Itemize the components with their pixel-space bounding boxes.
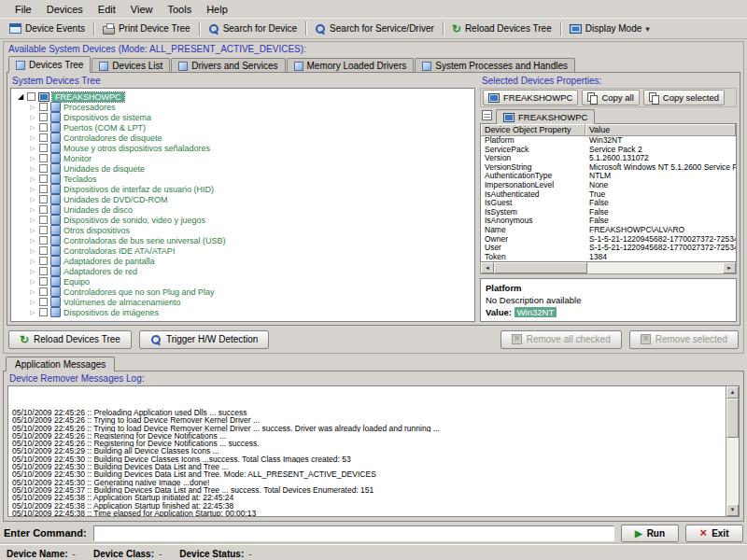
messages-log[interactable]: 05/10/2009 22:45:26 :: Preloading Applic…	[7, 385, 740, 517]
root-checkbox[interactable]	[27, 92, 35, 101]
scroll-right-button[interactable]: ►	[723, 262, 736, 273]
tree-item[interactable]: ▷ Unidades de disquete	[13, 163, 474, 174]
display-mode-button[interactable]: Display Mode	[564, 20, 655, 37]
tree-item-checkbox[interactable]	[39, 133, 48, 142]
tree-item-checkbox[interactable]	[39, 205, 48, 214]
copy-all-button[interactable]: Copy all	[582, 90, 639, 105]
tree-item-checkbox[interactable]	[39, 216, 48, 224]
tree-item[interactable]: ▷ Dispositivos de sistema	[13, 112, 474, 122]
tree-item-checkbox[interactable]	[39, 298, 48, 306]
tree-item[interactable]: ▷ Procesadores	[13, 102, 474, 112]
log-vertical-scrollbar[interactable]: ▲ ▼	[726, 386, 739, 516]
properties-horizontal-scrollbar[interactable]: ◄ ►	[480, 262, 737, 274]
property-row[interactable]: Owner S-1-5-21-1220945682-1770027372-725…	[481, 235, 736, 245]
scrollbar-thumb[interactable]	[494, 262, 587, 273]
column-header-value[interactable]: Value	[585, 124, 736, 135]
expand-icon[interactable]: ▷	[29, 145, 36, 152]
selected-device-button[interactable]: FREAKSHOWPC	[483, 90, 578, 105]
properties-table[interactable]: Device Object Property Value Platform Wi…	[480, 124, 737, 262]
remove-all-checked-button[interactable]: Remove all checked	[500, 330, 622, 349]
collapse-icon[interactable]: ◢	[17, 92, 24, 101]
property-row[interactable]: VersionString Microsoft Windows NT 5.1.2…	[481, 163, 736, 173]
devices-tree[interactable]: ◢ FREAKSHOWPC ▷ Procesadores	[10, 88, 475, 322]
tree-item-checkbox[interactable]	[39, 277, 48, 286]
tree-item-checkbox[interactable]	[39, 308, 48, 316]
remove-selected-button[interactable]: Remove selected	[629, 330, 739, 349]
menu-item[interactable]: File	[7, 2, 39, 17]
tree-item-checkbox[interactable]	[39, 144, 48, 152]
tree-item-checkbox[interactable]	[39, 195, 48, 203]
property-row[interactable]: IsAuthenticated True	[481, 190, 736, 200]
scroll-left-button[interactable]: ◄	[481, 262, 494, 273]
exit-button[interactable]: Exit	[685, 525, 743, 542]
tree-item-checkbox[interactable]	[39, 287, 48, 296]
scrollbar-thumb[interactable]	[726, 399, 739, 438]
tree-item[interactable]: ▷ Controladoras de bus serie universal (…	[13, 235, 474, 245]
menu-item[interactable]: Help	[199, 2, 235, 17]
tree-item[interactable]: ▷ Adaptadores de red	[13, 266, 474, 276]
tree-item[interactable]: ▷ Adaptadores de pantalla	[13, 256, 474, 266]
tree-root-item[interactable]: ◢ FREAKSHOWPC	[13, 91, 474, 102]
expand-icon[interactable]: ▷	[29, 155, 36, 162]
scrollbar-track[interactable]	[726, 438, 739, 504]
tree-item-checkbox[interactable]	[39, 164, 48, 173]
expand-icon[interactable]: ▷	[29, 104, 36, 111]
expand-icon[interactable]: ▷	[29, 134, 36, 142]
tree-item-checkbox[interactable]	[39, 226, 48, 234]
expand-icon[interactable]: ▷	[29, 309, 36, 316]
tree-item-checkbox[interactable]	[39, 154, 48, 162]
device-events-button[interactable]: Device Events	[4, 20, 91, 37]
reload-devices-tree-button[interactable]: Reload Devices Tree	[8, 330, 132, 349]
property-row[interactable]: IsGuest False	[481, 199, 736, 208]
property-row[interactable]: Version 5.1.2600.131072	[481, 154, 736, 163]
property-row[interactable]: IsSystem False	[481, 208, 736, 217]
expand-icon[interactable]: ▷	[29, 217, 36, 224]
expand-icon[interactable]: ▷	[29, 175, 36, 183]
property-row[interactable]: AuthenticationType NTLM	[481, 172, 736, 181]
main-tab[interactable]: Memory Loaded Drivers	[287, 58, 415, 73]
expand-icon[interactable]: ▷	[29, 114, 36, 121]
tree-item-checkbox[interactable]	[39, 175, 48, 183]
search-for-service-driver-button[interactable]: Search for Service/Driver	[309, 20, 440, 37]
property-row[interactable]: Token 1384	[481, 253, 736, 262]
tree-item-checkbox[interactable]	[39, 236, 48, 245]
expand-icon[interactable]: ▷	[29, 196, 36, 203]
menu-item[interactable]: Devices	[39, 2, 91, 17]
application-messages-tab[interactable]: Application Messages	[6, 357, 115, 371]
expand-icon[interactable]: ▷	[29, 299, 36, 306]
property-row[interactable]: ServicePack Service Pack 2	[481, 146, 736, 155]
tree-item[interactable]: ▷ Dispositivos de sonido, video y juegos	[13, 215, 474, 225]
property-row[interactable]: IsAnonymous False	[481, 217, 736, 226]
main-tab[interactable]: Devices Tree	[8, 56, 91, 73]
expand-icon[interactable]: ▷	[29, 124, 36, 132]
tree-item-checkbox[interactable]	[39, 257, 48, 265]
tree-item-checkbox[interactable]	[39, 267, 48, 275]
main-tab[interactable]: Drivers and Services	[171, 58, 285, 73]
scrollbar-track[interactable]	[587, 262, 723, 273]
expand-icon[interactable]: ▷	[29, 278, 36, 286]
tree-item-checkbox[interactable]	[39, 113, 48, 121]
tree-item[interactable]: ▷ Otros dispositivos	[13, 225, 474, 235]
tree-item[interactable]: ▷ Equipo	[13, 276, 474, 287]
expand-icon[interactable]: ▷	[29, 186, 36, 193]
menu-item[interactable]: Edit	[91, 2, 123, 17]
tree-item[interactable]: ▷ Monitor	[13, 153, 474, 163]
tree-item[interactable]: ▷ Controladores que no son Plug and Play	[13, 287, 474, 297]
tree-item-checkbox[interactable]	[39, 123, 48, 132]
tree-item[interactable]: ▷ Dispositivos de imágenes	[13, 307, 474, 317]
tree-item[interactable]: ▷ Puertos (COM & LPT)	[13, 122, 474, 133]
column-header-property[interactable]: Device Object Property	[481, 124, 585, 135]
expand-icon[interactable]: ▷	[29, 247, 36, 255]
tree-item[interactable]: ▷ Controladores de disquete	[13, 133, 474, 143]
print-device-tree-button[interactable]: Print Device Tree	[97, 20, 196, 37]
property-row[interactable]: ImpersonationLevel None	[481, 181, 736, 190]
menu-item[interactable]: Tools	[160, 2, 199, 17]
tree-item[interactable]: ▷ Unidades de disco	[13, 204, 474, 215]
trigger-hw-detection-button[interactable]: Trigger H/W Detection	[139, 330, 270, 349]
tree-item[interactable]: ▷ Controladoras IDE ATA/ATAPI	[13, 245, 474, 256]
main-tab[interactable]: System Processes and Handles	[415, 58, 575, 73]
main-tab[interactable]: Devices List	[92, 58, 170, 73]
expand-icon[interactable]: ▷	[29, 206, 36, 214]
tree-item[interactable]: ▷ Volúmenes de almacenamiento	[13, 297, 474, 307]
tree-item-checkbox[interactable]	[39, 103, 48, 111]
